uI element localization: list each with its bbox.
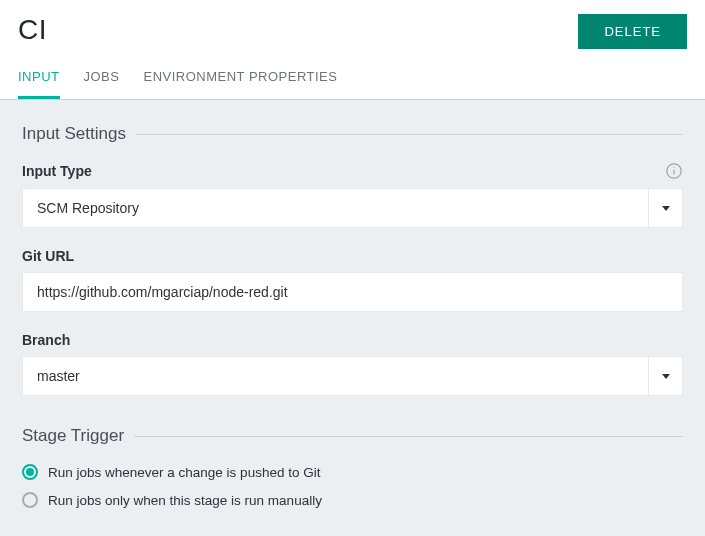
field-input-type: Input Type SCM Repository: [22, 162, 683, 228]
svg-point-1: [673, 167, 674, 168]
input-type-label: Input Type: [22, 163, 92, 179]
input-type-value: SCM Repository: [23, 189, 648, 227]
divider: [136, 134, 683, 135]
field-branch: Branch master: [22, 332, 683, 396]
delete-button[interactable]: DELETE: [578, 14, 687, 49]
stage-trigger-label: Stage Trigger: [22, 426, 124, 446]
input-settings-label: Input Settings: [22, 124, 126, 144]
git-url-label: Git URL: [22, 248, 74, 264]
branch-select[interactable]: master: [22, 356, 683, 396]
info-icon[interactable]: [665, 162, 683, 180]
chevron-down-icon: [648, 357, 682, 395]
input-type-select[interactable]: SCM Repository: [22, 188, 683, 228]
radio-icon: [22, 464, 38, 480]
page-title: CI: [18, 14, 47, 46]
chevron-down-icon: [648, 189, 682, 227]
radio-label: Run jobs only when this stage is run man…: [48, 493, 322, 508]
stage-trigger-section: Stage Trigger Run jobs whenever a change…: [22, 426, 683, 508]
radio-option-manual[interactable]: Run jobs only when this stage is run man…: [22, 492, 683, 508]
field-git-url: Git URL: [22, 248, 683, 312]
header: CI DELETE: [0, 0, 705, 49]
tab-environment-properties[interactable]: ENVIRONMENT PROPERTIES: [143, 69, 337, 99]
tab-jobs[interactable]: JOBS: [84, 69, 120, 99]
divider: [134, 436, 683, 437]
git-url-input[interactable]: [22, 272, 683, 312]
section-title-stage-trigger: Stage Trigger: [22, 426, 683, 446]
stage-trigger-radio-group: Run jobs whenever a change is pushed to …: [22, 464, 683, 508]
branch-value: master: [23, 357, 648, 395]
branch-label: Branch: [22, 332, 70, 348]
section-title-input-settings: Input Settings: [22, 124, 683, 144]
radio-option-push[interactable]: Run jobs whenever a change is pushed to …: [22, 464, 683, 480]
tab-input[interactable]: INPUT: [18, 69, 60, 99]
input-panel: Input Settings Input Type SCM Repository…: [0, 100, 705, 536]
radio-icon: [22, 492, 38, 508]
tabs-bar: INPUT JOBS ENVIRONMENT PROPERTIES: [0, 49, 705, 100]
radio-label: Run jobs whenever a change is pushed to …: [48, 465, 320, 480]
